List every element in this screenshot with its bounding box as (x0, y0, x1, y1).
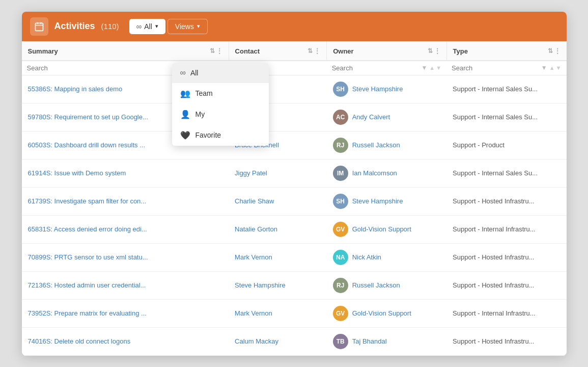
owner-link[interactable]: Steve Hampshire (352, 85, 403, 93)
activity-count: (110) (101, 22, 119, 31)
avatar: SH (333, 194, 348, 209)
contact-link[interactable]: Jiggy Patel (235, 169, 321, 177)
col-owner-label: Owner (333, 47, 425, 55)
owner-link[interactable]: Russell Jackson (352, 141, 400, 149)
all-btn-label: All (144, 22, 152, 31)
owner-link[interactable]: Andy Calvert (352, 113, 390, 121)
avatar: SH (333, 82, 348, 97)
col-header-owner: Owner ⇅ ⋮ (327, 41, 446, 61)
contact-sort-icon[interactable]: ⇅ (307, 47, 313, 55)
app-title: Activities (54, 21, 95, 32)
table-row: 74016S: Delete old connect logonsCalum M… (22, 327, 567, 355)
views-chevron-icon: ▾ (197, 23, 200, 30)
avatar: GV (333, 222, 348, 237)
dropdown-item-favorite-label: Favorite (195, 131, 221, 139)
table-row: 61914S: Issue with Demo systemJiggy Pate… (22, 159, 567, 187)
type-menu-icon[interactable]: ⋮ (554, 47, 561, 55)
owner-link[interactable]: Russell Jackson (352, 281, 400, 289)
search-row: ▼ ▲ ▼ (22, 61, 567, 75)
type-asc-icon[interactable]: ▲ (549, 65, 555, 71)
owner-cell: GVGold-Vision Support (333, 222, 440, 237)
dropdown-item-my[interactable]: 👤 My (172, 104, 269, 125)
col-header-summary: Summary ⇅ ⋮ (22, 41, 229, 61)
owner-cell: IMIan Malcomson (333, 166, 440, 181)
type-desc-icon[interactable]: ▼ (556, 65, 562, 71)
table-row: 65831S: Access denied error doing edi...… (22, 215, 567, 243)
all-chevron-icon: ▾ (155, 23, 158, 30)
owner-sort-icon[interactable]: ⇅ (428, 47, 433, 55)
contact-link[interactable]: Steve Hampshire (235, 281, 321, 289)
contact-link[interactable]: Charlie Shaw (235, 197, 321, 205)
col-type-label: Type (453, 47, 546, 55)
type-text: Support - Product (453, 141, 560, 149)
owner-link[interactable]: Ian Malcomson (352, 169, 397, 177)
summary-sort-icon[interactable]: ⇅ (210, 47, 215, 55)
dropdown-item-team[interactable]: 👥 Team (172, 83, 269, 104)
contact-link[interactable]: Mark Vernon (235, 309, 321, 317)
summary-link[interactable]: 74016S: Delete old connect logons (28, 337, 223, 345)
person-icon: 👤 (180, 110, 190, 119)
infinity-icon: ∞ (136, 22, 142, 31)
owner-cell: ACAndy Calvert (333, 110, 440, 125)
col-header-contact: Contact ⇅ ⋮ (229, 41, 327, 61)
avatar: NA (333, 250, 348, 265)
col-contact-label: Contact (235, 47, 306, 55)
type-text: Support - Hosted Infrastru... (453, 281, 560, 289)
owner-menu-icon[interactable]: ⋮ (434, 47, 440, 55)
type-text: Support - Internal Sales Su... (453, 169, 560, 177)
dropdown-item-my-label: My (195, 110, 205, 118)
header-controls: ∞ All ▾ Views ▾ (129, 19, 208, 34)
owner-cell: TBTaj Bhandal (333, 334, 440, 349)
owner-link[interactable]: Steve Hampshire (352, 197, 403, 205)
owner-filter-icon[interactable]: ▼ (421, 64, 427, 71)
views-button[interactable]: Views ▾ (167, 19, 208, 34)
type-filter-icon[interactable]: ▼ (541, 64, 547, 71)
owner-asc-icon[interactable]: ▲ (429, 65, 435, 71)
owner-link[interactable]: Nick Atkin (352, 253, 381, 261)
type-text: Support - Internal Infrastru... (453, 309, 560, 317)
contact-menu-icon[interactable]: ⋮ (314, 47, 320, 55)
type-text: Support - Internal Sales Su... (453, 85, 560, 93)
avatar: IM (333, 166, 348, 181)
table-row: 73952S: Prepare matrix for evaluating ..… (22, 299, 567, 327)
header: Activities (110) ∞ All ▾ Views ▾ (22, 12, 567, 41)
all-filter-button[interactable]: ∞ All ▾ (129, 19, 165, 34)
owner-link[interactable]: Gold-Vision Support (352, 309, 411, 317)
owner-cell: RJRussell Jackson (333, 138, 440, 153)
owner-search-input[interactable] (332, 64, 419, 72)
owner-cell: SHSteve Hampshire (333, 194, 440, 209)
dropdown-item-favorite[interactable]: 🖤 Favorite (172, 125, 269, 146)
table-row: 55386S: Mapping in sales demoSHSteve Ham… (22, 75, 567, 103)
activities-table: Summary ⇅ ⋮ Contact ⇅ ⋮ (22, 41, 567, 356)
contact-link[interactable]: Mark Vernon (235, 253, 321, 261)
table-row: 59780S: Requirement to set up Google...C… (22, 103, 567, 131)
filter-dropdown: ∞ All 👥 Team 👤 My 🖤 Favorite (172, 63, 269, 146)
views-btn-label: Views (175, 22, 194, 31)
table-row: 70899S: PRTG sensor to use xml statu...M… (22, 243, 567, 271)
avatar: AC (333, 110, 348, 125)
type-search-input[interactable] (452, 64, 539, 72)
owner-desc-icon[interactable]: ▼ (436, 65, 441, 71)
summary-link[interactable]: 61914S: Issue with Demo system (28, 169, 223, 177)
dropdown-item-all-label: All (190, 69, 199, 77)
avatar: RJ (333, 278, 348, 293)
type-text: Support - Hosted Infrastru... (453, 253, 560, 261)
heart-icon: 🖤 (180, 130, 190, 140)
summary-link[interactable]: 65831S: Access denied error doing edi... (28, 225, 223, 233)
type-text: Support - Hosted Infrastru... (453, 197, 560, 205)
team-icon: 👥 (180, 89, 190, 98)
owner-link[interactable]: Taj Bhandal (352, 337, 387, 345)
summary-menu-icon[interactable]: ⋮ (216, 47, 222, 55)
summary-link[interactable]: 73952S: Prepare matrix for evaluating ..… (28, 309, 223, 317)
type-sort-icon[interactable]: ⇅ (548, 47, 553, 55)
summary-link[interactable]: 72136S: Hosted admin user credential... (28, 281, 223, 289)
summary-link[interactable]: 70899S: PRTG sensor to use xml statu... (28, 253, 223, 261)
owner-link[interactable]: Gold-Vision Support (352, 225, 411, 233)
contact-link[interactable]: Calum Mackay (235, 337, 321, 345)
col-summary-label: Summary (28, 47, 208, 55)
dropdown-item-all[interactable]: ∞ All (172, 63, 269, 83)
contact-link[interactable]: Natalie Gorton (235, 225, 321, 233)
summary-link[interactable]: 61739S: Investigate spam filter for con.… (28, 197, 223, 205)
owner-cell: RJRussell Jackson (333, 278, 440, 293)
table-row: 61739S: Investigate spam filter for con.… (22, 187, 567, 215)
